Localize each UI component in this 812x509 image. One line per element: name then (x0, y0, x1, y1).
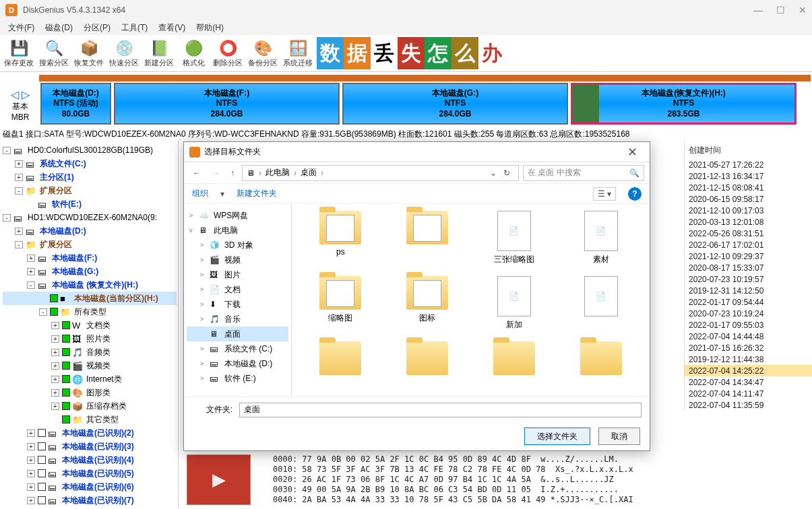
minimize-button[interactable]: — (753, 5, 763, 15)
tree-checkbox[interactable] (38, 456, 46, 464)
tree-node[interactable]: +🖴本地磁盘(已识别)(7) (3, 494, 177, 507)
tree-toggle[interactable]: - (39, 308, 47, 316)
dialog-search-input[interactable]: 在 桌面 中搜索 🔍 (523, 165, 644, 181)
expand-icon[interactable]: v (189, 227, 199, 234)
tree-checkbox[interactable] (50, 308, 58, 316)
tool-备份分区[interactable]: 🎨备份分区 (245, 38, 280, 69)
tree-node[interactable]: 📁其它类型 (3, 413, 177, 426)
tree-toggle[interactable]: - (15, 187, 23, 195)
time-row[interactable]: 2020-07-23 10:19:57 (685, 273, 812, 285)
nav-back-button[interactable]: ← (189, 166, 204, 180)
tree-node[interactable]: +🖴本地磁盘(已识别)(6) (3, 480, 177, 494)
sidebar-item[interactable]: >📄文档 (187, 282, 288, 297)
time-row[interactable]: 2021-12-10 09:17:03 (685, 205, 812, 216)
expand-icon[interactable]: > (200, 257, 210, 263)
tree-node[interactable]: -📁扩展分区 (3, 184, 177, 197)
tree-node[interactable]: +🖴本地磁盘(已识别)(5) (3, 467, 177, 480)
time-row[interactable]: 2022-01-17 09:54:44 (685, 296, 812, 308)
time-row[interactable]: 2021-07-15 16:26:32 (685, 342, 812, 353)
tree-toggle[interactable]: + (27, 456, 35, 464)
folder-item[interactable]: 📄新加 (472, 273, 557, 333)
cancel-button[interactable]: 取消 (598, 428, 640, 445)
menu-item[interactable]: 磁盘(D) (40, 21, 78, 35)
expand-icon[interactable]: > (200, 286, 210, 293)
tree-node[interactable]: +🖴主分区(1) (3, 170, 177, 184)
tree-checkbox[interactable] (62, 402, 70, 410)
tree-toggle[interactable]: + (51, 322, 59, 329)
folder-item[interactable] (385, 339, 470, 380)
time-row[interactable]: 2022-06-17 17:02:01 (685, 239, 812, 250)
tree-node[interactable]: +W文档类 (3, 318, 177, 332)
sidebar-item[interactable]: >🖴系统文件 (C:) (187, 341, 288, 356)
time-row[interactable]: 2021-05-27 17:26:22 (685, 159, 812, 170)
tool-快速分区[interactable]: 💿快速分区 (106, 38, 142, 69)
tree-node[interactable]: +🎨图形类 (3, 386, 177, 399)
tree-toggle[interactable]: - (3, 147, 11, 154)
tree-toggle[interactable]: - (15, 241, 23, 248)
tree-checkbox[interactable] (38, 496, 46, 504)
folder-item[interactable]: 缩略图 (299, 273, 383, 333)
partition-segment[interactable]: 本地磁盘(G:)NTFS284.0GB (342, 83, 568, 125)
dialog-folder-grid[interactable]: ps📄三张缩略图📄素材缩略图图标📄新加📄 (292, 204, 650, 397)
nav-up-button[interactable]: ↑ (227, 166, 238, 180)
tree-node[interactable]: +🖴本地磁盘(F:) (3, 251, 177, 265)
time-row[interactable]: 2022-07-04 14:34:47 (685, 376, 812, 388)
help-button[interactable]: ? (628, 187, 642, 201)
tree-checkbox[interactable] (38, 469, 46, 477)
time-row[interactable]: 2022-01-17 09:55:03 (685, 319, 812, 331)
crumb-refresh-icon[interactable]: ↻ (503, 168, 510, 178)
tree-toggle[interactable]: + (27, 443, 35, 450)
partition-segment[interactable]: 本地磁盘(恢复文件)(H:)NTFS283.5GB (571, 83, 797, 125)
tree-node[interactable]: +🖼照片类 (3, 332, 177, 345)
menu-item[interactable]: 文件(F) (3, 21, 40, 35)
select-folder-button[interactable]: 选择文件夹 (524, 428, 590, 445)
sidebar-item[interactable]: 🖥桌面 (187, 327, 288, 341)
tool-保存更改[interactable]: 💾保存更改 (1, 38, 36, 69)
maximize-button[interactable]: ☐ (776, 5, 785, 15)
tree-checkbox[interactable] (38, 483, 46, 491)
sidebar-item[interactable]: >☁️WPS网盘 (187, 208, 288, 223)
dialog-sidebar[interactable]: >☁️WPS网盘v🖥此电脑>🧊3D 对象>🎬视频>🖼图片>📄文档>⬇下载>🎵音乐… (184, 204, 292, 397)
tree-node[interactable]: -🖴HD1:WDCWD10EZEX-60M2NA0(9: (3, 211, 177, 224)
tree-toggle[interactable]: + (51, 376, 59, 383)
dialog-close-button[interactable]: ✕ (621, 145, 644, 160)
tree-node[interactable]: 🖴软件(E:) (3, 197, 177, 211)
time-row[interactable]: 2020-06-15 09:58:17 (685, 193, 812, 205)
expand-icon[interactable]: > (200, 301, 210, 308)
expand-icon[interactable]: > (200, 360, 210, 367)
menu-item[interactable]: 分区(P) (78, 21, 116, 35)
time-row[interactable]: 2022-07-04 14:11:47 (685, 388, 812, 399)
tree-node[interactable]: +🖴本地磁盘(D:) (3, 224, 177, 238)
menu-item[interactable]: 帮助(H) (191, 21, 229, 35)
time-row[interactable]: 2022-07-04 14:25:22 (685, 365, 812, 376)
time-row[interactable]: 2022-07-04 14:44:48 (685, 331, 812, 342)
tree-toggle[interactable]: + (15, 160, 23, 168)
expand-icon[interactable]: > (200, 345, 210, 352)
folder-item[interactable] (385, 208, 470, 268)
breadcrumb[interactable]: 🖥 › 此电脑 › 桌面 › ⌄ ↻ (242, 165, 519, 181)
close-button[interactable]: ✕ (799, 5, 807, 15)
tool-系统迁移[interactable]: 🪟系统迁移 (280, 38, 315, 69)
tree-checkbox[interactable] (62, 375, 70, 383)
tree-node[interactable]: -📁所有类型 (3, 305, 177, 318)
folder-item[interactable]: 📄素材 (559, 208, 643, 268)
tree-checkbox[interactable] (62, 388, 70, 397)
tree-toggle[interactable]: + (51, 403, 59, 410)
folder-item[interactable]: 📄 (559, 273, 643, 333)
expand-icon[interactable]: > (200, 316, 210, 323)
tree-toggle[interactable]: - (3, 214, 11, 222)
tree-toggle[interactable]: + (27, 254, 35, 262)
tree-checkbox[interactable] (62, 335, 70, 343)
tree-toggle[interactable]: + (15, 174, 23, 181)
tree-toggle[interactable]: + (51, 389, 59, 397)
tree-toggle[interactable]: + (27, 483, 35, 491)
sidebar-item[interactable]: >⬇下载 (187, 297, 288, 312)
tree-node[interactable]: ■本地磁盘(当前分区)(H:) (3, 292, 177, 305)
tree-node[interactable]: +🎬视频类 (3, 359, 177, 372)
tree-node[interactable]: +🖴本地磁盘(G:) (3, 265, 177, 278)
tree-node[interactable]: -🖴本地磁盘 (恢复文件)(H:) (3, 278, 177, 292)
banner[interactable]: 数据丢失怎么办 (317, 37, 505, 69)
tree-toggle[interactable]: + (27, 268, 35, 275)
tree-node[interactable]: +🌐Internet类 (3, 372, 177, 386)
sidebar-item[interactable]: >🎬视频 (187, 252, 288, 267)
